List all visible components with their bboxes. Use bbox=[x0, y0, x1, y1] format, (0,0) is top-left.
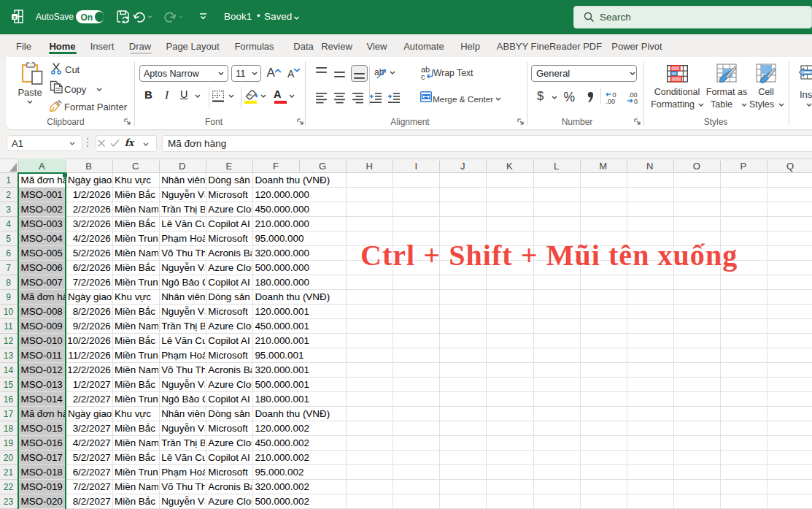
svg-text:0: 0 bbox=[634, 98, 638, 104]
svg-text:c: c bbox=[421, 72, 425, 80]
svg-text:.00: .00 bbox=[606, 98, 615, 104]
